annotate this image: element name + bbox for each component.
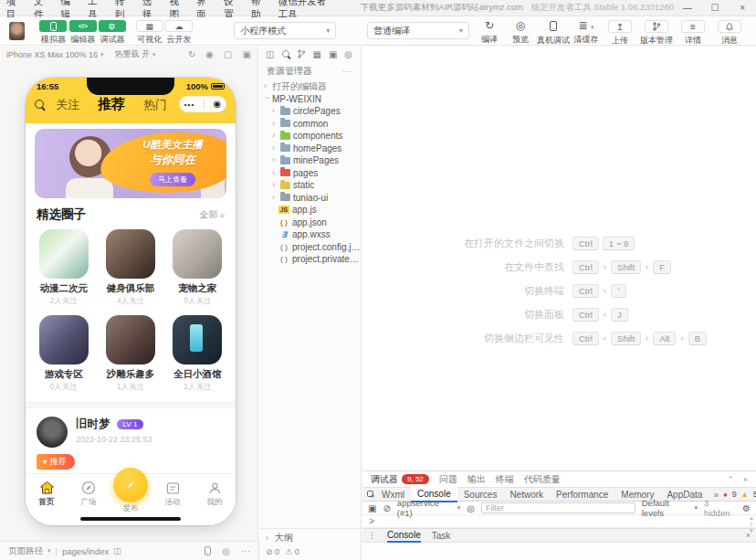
upload-button[interactable]: ↥ 上传 xyxy=(603,20,637,47)
circle-item[interactable]: 动漫二次元 2人关注 xyxy=(37,229,90,307)
editor-toggle-button[interactable]: </> 编辑器 xyxy=(69,20,97,46)
git-branch-icon[interactable] xyxy=(298,49,305,58)
simulator-toggle-button[interactable]: 模拟器 xyxy=(39,20,67,46)
drawer-tab-task[interactable]: Task xyxy=(432,530,451,542)
miniapp-body: U酷美女主播 与你同在 马上查看 精选圈子 全部» 动漫二次元 2人关注 xyxy=(26,123,236,525)
search-icon[interactable] xyxy=(35,100,44,109)
user-avatar[interactable] xyxy=(9,22,25,40)
tabbar-mine[interactable]: 我的 xyxy=(194,480,236,525)
devtools-tab-performance[interactable]: Performance xyxy=(550,488,614,502)
tab-problems[interactable]: 问题 xyxy=(439,473,457,486)
folder-pages[interactable]: › pages xyxy=(259,167,361,180)
tab-follow[interactable]: 关注 xyxy=(56,97,79,113)
eye-icon[interactable]: ◎ xyxy=(467,503,475,513)
scrollbar[interactable]: ▲≡▼ xyxy=(749,515,754,534)
current-page-path[interactable]: pages/index xyxy=(62,546,109,556)
messages-button[interactable]: 消息 xyxy=(712,20,747,47)
console-settings-icon[interactable]: ⚙ xyxy=(742,503,751,513)
file-project-private-config[interactable]: { } project.private.config.js... xyxy=(259,253,361,266)
tab-debugger[interactable]: 调试器 9, 52 xyxy=(371,473,429,486)
folder-components[interactable]: › components xyxy=(259,130,361,143)
rotate-icon[interactable]: ↻ xyxy=(188,49,195,59)
folder-homePages[interactable]: › homePages xyxy=(259,143,361,155)
more-icon[interactable]: ··· xyxy=(342,67,353,76)
visual-button[interactable]: ▦ 可视化 xyxy=(136,20,163,46)
console-filter-input[interactable] xyxy=(481,502,635,513)
preview-button[interactable]: ◎ 预览 xyxy=(506,20,535,46)
device-debug-button[interactable]: 真机调试 xyxy=(537,20,570,47)
see-all-link[interactable]: 全部» xyxy=(199,208,225,221)
file-app-wxss[interactable]: ∃ app.wxss xyxy=(259,228,361,241)
close-panel-icon[interactable]: × xyxy=(743,475,748,484)
tab-terminal[interactable]: 终端 xyxy=(496,473,514,486)
device-debug-icon[interactable] xyxy=(205,546,211,555)
record-icon[interactable]: ◉ xyxy=(205,49,214,59)
circle-item[interactable]: 宠物之家 0人关注 xyxy=(171,229,225,307)
explorer-title: 资源管理器 xyxy=(267,65,312,78)
window-icon[interactable]: ▣ xyxy=(329,49,337,59)
hot-reload-toggle[interactable]: 热重载 开▾ xyxy=(115,48,156,60)
tabbar-home[interactable]: 首页 xyxy=(26,480,68,525)
device-frame-icon[interactable]: ▢ xyxy=(224,49,232,59)
search-icon[interactable] xyxy=(282,50,289,58)
files-icon[interactable]: ◫ xyxy=(266,49,274,59)
path-mode-select[interactable]: 页面路径 xyxy=(8,545,43,557)
promo-banner[interactable]: U酷美女主播 与你同在 马上查看 xyxy=(35,129,226,198)
project-root[interactable]: › MP-WEIXIN xyxy=(259,93,361,106)
close-icon[interactable]: × xyxy=(729,0,756,16)
folder-common[interactable]: › common xyxy=(259,118,361,131)
keycap: ` xyxy=(611,284,626,298)
drawer-toggle-icon[interactable]: ▣ xyxy=(368,503,376,513)
keycap: Ctrl xyxy=(572,237,599,250)
exit-target-icon[interactable]: ◉ xyxy=(213,100,221,109)
file-app-js[interactable]: JS app.js xyxy=(259,204,361,217)
drawer-menu-icon[interactable]: ⋮ xyxy=(368,531,376,540)
compile-button[interactable]: ↻ 编译 xyxy=(475,20,504,46)
tab-recommend[interactable]: 推荐 xyxy=(98,96,125,113)
file-project-config[interactable]: { } project.config.json xyxy=(259,241,361,254)
drawer-tab-console[interactable]: Console xyxy=(387,529,421,543)
circle-item[interactable]: 健身俱乐部 4人关注 xyxy=(103,229,157,307)
clear-cache-button[interactable]: ≣ ▾ 清缓存 xyxy=(572,20,601,46)
device-select[interactable]: iPhone XS Max 100% 16▾ xyxy=(6,50,104,59)
folder-static[interactable]: › static xyxy=(259,179,361,192)
eye-icon[interactable]: ◎ xyxy=(222,546,230,556)
circle-item[interactable]: 游戏专区 0人关注 xyxy=(37,315,90,393)
version-mgmt-button[interactable]: 版本管理 xyxy=(639,20,674,47)
folder-circlePages[interactable]: › circlePages xyxy=(259,105,361,118)
clear-console-icon[interactable]: ⊘ xyxy=(383,503,390,513)
folder-tuniao-ui[interactable]: › tuniao-ui xyxy=(259,192,361,205)
circle-item[interactable]: 全日小酒馆 1人关注 xyxy=(171,315,225,393)
mode-select[interactable]: 小程序模式 ▾ xyxy=(234,22,336,39)
outline-header[interactable]: › 大纲 xyxy=(266,532,354,544)
copy-path-icon[interactable]: ◫ xyxy=(113,546,121,555)
eye-icon[interactable]: ◎ xyxy=(344,49,352,59)
tab-output[interactable]: 输出 xyxy=(467,473,486,486)
console-output[interactable]: > ▲≡▼ xyxy=(362,515,756,528)
more-icon[interactable]: ··· xyxy=(241,546,250,556)
devtools-tab-network[interactable]: Network xyxy=(503,488,550,502)
compile-mode-select[interactable]: 普通编译 ▾ xyxy=(367,22,469,39)
collapse-panel-icon[interactable]: ⌃ xyxy=(727,475,734,484)
post-avatar[interactable] xyxy=(37,417,68,448)
folder-minePages[interactable]: › minePages xyxy=(259,154,361,167)
details-button[interactable]: ≡ 详情 xyxy=(676,20,710,47)
multi-device-icon[interactable]: ▣ xyxy=(243,49,251,59)
devtools-tab-sources[interactable]: Sources xyxy=(457,488,504,502)
debugger-toggle-button[interactable]: 调试器 xyxy=(99,20,126,46)
wechat-devtools-window: 项目 文件 编辑 工具 转到 选择 视图 界面 设置 帮助 微信开发者工具 下载… xyxy=(0,0,756,560)
file-app-json[interactable]: { } app.json xyxy=(259,217,361,229)
open-editors-section[interactable]: › 打开的编辑器 xyxy=(259,80,361,93)
post-author[interactable]: 旧时梦 xyxy=(76,417,110,432)
maximize-icon[interactable]: ☐ xyxy=(701,0,729,16)
tab-hot[interactable]: 热门 xyxy=(143,97,167,113)
split-icon[interactable]: ▦ xyxy=(312,49,320,59)
inspect-element-icon[interactable] xyxy=(367,491,375,499)
cloud-dev-button[interactable]: ☁ 云开发 xyxy=(165,20,193,46)
compass-icon xyxy=(81,481,96,495)
tab-code-quality[interactable]: 代码质量 xyxy=(524,473,561,486)
minimize-icon[interactable]: — xyxy=(674,0,701,16)
banner-cta-button[interactable]: 马上查看 xyxy=(150,173,195,186)
circle-item[interactable]: 沙雕乐趣多 1人关注 xyxy=(103,315,157,393)
more-menu-icon[interactable]: ••• xyxy=(184,100,194,109)
